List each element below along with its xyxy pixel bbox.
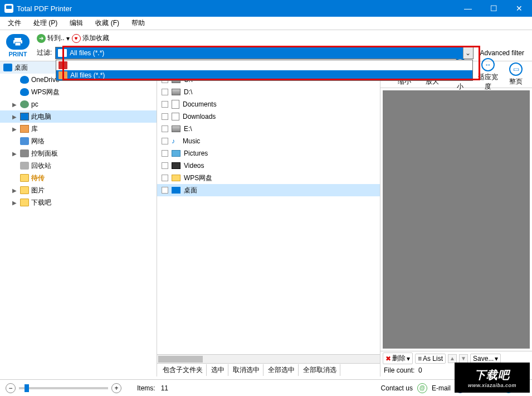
- desk-icon: [172, 187, 180, 194]
- checkbox[interactable]: [162, 125, 168, 132]
- tree-item[interactable]: ▶pc: [0, 98, 157, 110]
- add-favorite-button[interactable]: ♥ 添加收藏: [72, 33, 109, 43]
- file-row[interactable]: Pictures: [157, 147, 380, 160]
- tree-item[interactable]: ▶图片: [0, 184, 157, 196]
- tree-item-label: OneDrive: [31, 76, 60, 84]
- file-list-panel: 3D ObjectsC:\D:\DocumentsDownloadsE:\♪Mu…: [157, 61, 380, 376]
- uncheck-button[interactable]: 取消选中: [230, 364, 263, 376]
- cloud-icon: [20, 76, 29, 84]
- checkbox[interactable]: [162, 187, 168, 194]
- preview-适应宽度-button[interactable]: ↔适应宽度: [475, 58, 501, 91]
- file-label: 桌面: [184, 186, 197, 195]
- file-row[interactable]: E:\: [157, 123, 380, 135]
- expander-icon[interactable]: ▶: [12, 187, 18, 194]
- menu-file[interactable]: 文件: [4, 17, 25, 29]
- move-down-button[interactable]: ▼: [459, 354, 468, 363]
- contact-us-label: Contact us: [381, 384, 413, 392]
- drive-icon: [172, 89, 180, 95]
- check-button[interactable]: 选中: [208, 364, 228, 376]
- tree-item[interactable]: ▶库: [0, 123, 157, 135]
- file-row[interactable]: 桌面: [157, 184, 380, 196]
- menu-process[interactable]: 处理 (P): [30, 17, 61, 29]
- filter-label: 过滤:: [37, 48, 52, 57]
- toolbar: PRINT ➜ 转到..▾ ♥ 添加收藏 过滤: All files (*.*)…: [0, 30, 532, 61]
- folder-icon: [20, 199, 29, 206]
- check-all-button[interactable]: 全部选中: [265, 364, 299, 376]
- checkbox[interactable]: [162, 162, 168, 169]
- checkbox[interactable]: [162, 150, 168, 157]
- user-icon: [20, 100, 29, 108]
- tree-item-label: 图片: [31, 186, 45, 195]
- zoom-icon: ▭: [509, 62, 523, 76]
- tree-item-label: 控制面板: [31, 149, 58, 158]
- tree-item[interactable]: 回收站: [0, 160, 157, 172]
- print-button[interactable]: PRINT: [4, 34, 31, 57]
- tree-item[interactable]: ▶控制面板: [0, 147, 157, 160]
- file-label: WPS网盘: [184, 173, 212, 183]
- file-icon: [58, 49, 67, 57]
- tree-item[interactable]: 待传: [0, 172, 157, 184]
- tree-item[interactable]: ▶下载吧: [0, 196, 157, 209]
- delete-button[interactable]: ✖删除▾: [383, 352, 413, 364]
- include-subfolders-button[interactable]: 包含子文件夹: [159, 364, 207, 376]
- uncheck-all-button[interactable]: 全部取消选: [300, 364, 340, 376]
- tree-item-label: 此电脑: [31, 112, 51, 122]
- file-icon: [58, 71, 67, 79]
- expander-icon[interactable]: ▶: [12, 200, 18, 206]
- filter-dropdown[interactable]: All files (*.*) ⌄ Adobe Acrobat Document…: [55, 47, 473, 59]
- filter-option-pdf[interactable]: Adobe Acrobat Document (*.pdf): [56, 60, 472, 70]
- tree-item-label: 下载吧: [31, 198, 51, 207]
- email-link[interactable]: E-mail: [432, 384, 451, 392]
- cloud-icon: [20, 88, 29, 96]
- file-row[interactable]: Downloads: [157, 110, 380, 123]
- menu-edit[interactable]: 编辑: [66, 17, 86, 29]
- pic-icon: [172, 150, 180, 157]
- expander-icon[interactable]: ▶: [12, 151, 18, 157]
- zoom-in-button[interactable]: +: [111, 383, 121, 393]
- doc-icon: [172, 100, 179, 109]
- file-label: Downloads: [183, 113, 216, 120]
- file-row[interactable]: Videos: [157, 160, 380, 172]
- menu-favorites[interactable]: 收藏 (F): [92, 17, 123, 29]
- checkbox[interactable]: [162, 175, 168, 181]
- file-label: D:\: [184, 88, 192, 96]
- pdf-icon: [58, 61, 67, 69]
- folder-icon: [20, 186, 29, 194]
- expander-icon[interactable]: ▶: [12, 102, 18, 108]
- checkbox[interactable]: [162, 113, 168, 120]
- close-button[interactable]: ✕: [506, 0, 532, 17]
- checkbox[interactable]: [162, 101, 168, 108]
- zoom-icon: ↔: [481, 58, 495, 71]
- tree-item[interactable]: ▶此电脑: [0, 110, 157, 123]
- move-up-button[interactable]: ▲: [448, 354, 457, 363]
- filter-option-all[interactable]: All files (*.*): [56, 70, 472, 80]
- checkbox[interactable]: [162, 138, 168, 144]
- file-row[interactable]: D:\: [157, 86, 380, 98]
- minimize-button[interactable]: —: [455, 0, 481, 17]
- file-row[interactable]: Documents: [157, 98, 380, 110]
- folder-icon: [172, 175, 180, 181]
- preview-整页-button[interactable]: ▭整页: [503, 62, 529, 86]
- music-icon: ♪: [172, 137, 179, 145]
- print-label: PRINT: [4, 51, 31, 57]
- expander-icon[interactable]: ▶: [12, 114, 18, 120]
- zoom-out-button[interactable]: −: [6, 383, 16, 393]
- desktop-icon: [3, 64, 12, 71]
- main-area: 桌面 OneDriveWPS网盘▶pc▶此电脑▶库网络▶控制面板回收站待传▶图片…: [0, 61, 532, 376]
- save-button[interactable]: Save...▾: [470, 354, 501, 364]
- zoom-slider[interactable]: [19, 387, 108, 389]
- maximize-button[interactable]: ☐: [481, 0, 506, 17]
- advanced-filter-link[interactable]: Advanced filter: [477, 49, 528, 57]
- goto-button[interactable]: ➜ 转到..▾: [37, 33, 70, 43]
- checkbox[interactable]: [162, 89, 168, 95]
- file-label: Music: [183, 137, 200, 145]
- tree-item[interactable]: WPS网盘: [0, 86, 157, 98]
- file-row[interactable]: ♪Music: [157, 135, 380, 147]
- horizontal-scrollbar[interactable]: [157, 354, 380, 363]
- view-mode-button[interactable]: ≡As List: [415, 354, 446, 364]
- tree-item[interactable]: 网络: [0, 135, 157, 147]
- menu-help[interactable]: 帮助: [128, 17, 148, 29]
- file-row[interactable]: WPS网盘: [157, 172, 380, 184]
- expander-icon[interactable]: ▶: [12, 126, 18, 132]
- status-bar: − + Items: 11 Contact us @ E-mail f Face…: [0, 379, 532, 396]
